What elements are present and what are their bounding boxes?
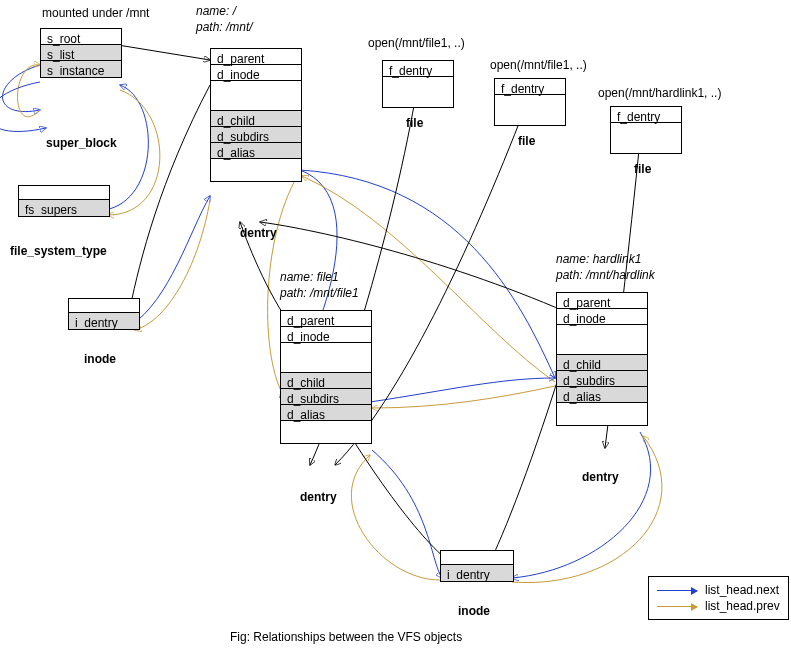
dentry-root-box: d_parent d_inode d_child d_subdirs d_ali… xyxy=(210,48,302,182)
legend-next-label: list_head.next xyxy=(705,583,779,597)
inode-bottom-pad xyxy=(441,551,513,565)
dentry-hardlink1-d-parent: d_parent xyxy=(557,293,647,309)
dentry-hardlink1-caption: dentry xyxy=(582,470,619,484)
file2-open-label: open(/mnt/file1, ..) xyxy=(490,58,587,72)
dentry-file1-bottom-gap xyxy=(281,421,371,443)
inode-top-caption: inode xyxy=(84,352,116,366)
field-s-list: s_list xyxy=(41,45,121,61)
legend-prev-label: list_head.prev xyxy=(705,599,780,613)
inode-bottom-box: i_dentry xyxy=(440,550,514,582)
dentry-file1-gap xyxy=(281,343,371,373)
dentry-file1-d-subdirs: d_subdirs xyxy=(281,389,371,405)
file3-pad xyxy=(611,123,681,153)
legend: list_head.next list_head.prev xyxy=(648,576,789,620)
dentry-root-d-inode: d_inode xyxy=(211,65,301,81)
super-block-box: s_root s_list s_instance xyxy=(40,28,122,78)
super-block-caption: super_block xyxy=(46,136,117,150)
dentry-root-gap xyxy=(211,81,301,111)
legend-next: list_head.next xyxy=(657,583,780,597)
file-system-type-caption: file_system_type xyxy=(10,244,107,258)
field-fs-supers: fs_supers xyxy=(19,200,109,216)
file3-open-label: open(/mnt/hardlink1, ..) xyxy=(598,86,721,100)
dentry-file1-d-alias: d_alias xyxy=(281,405,371,421)
field-s-root: s_root xyxy=(41,29,121,45)
dentry-root-d-alias: d_alias xyxy=(211,143,301,159)
dentry-hardlink1-gap xyxy=(557,325,647,355)
field-i-dentry-top: i_dentry xyxy=(69,313,139,329)
dentry-hardlink1-d-child: d_child xyxy=(557,355,647,371)
file3-caption: file xyxy=(634,162,651,176)
dentry-file1-d-inode: d_inode xyxy=(281,327,371,343)
file-system-type-box: fs_supers xyxy=(18,185,110,217)
dentry-hardlink1-path: path: /mnt/hardlink xyxy=(556,268,655,282)
figure-caption: Fig: Relationships between the VFS objec… xyxy=(230,630,462,644)
file2-pad xyxy=(495,95,565,125)
dentry-root-bottom-gap xyxy=(211,159,301,181)
dentry-root-d-subdirs: d_subdirs xyxy=(211,127,301,143)
arrow-prev-icon xyxy=(657,606,697,607)
legend-prev: list_head.prev xyxy=(657,599,780,613)
file3-box: f_dentry xyxy=(610,106,682,154)
dentry-root-d-parent: d_parent xyxy=(211,49,301,65)
dentry-hardlink1-d-alias: d_alias xyxy=(557,387,647,403)
dentry-hardlink1-bottom-gap xyxy=(557,403,647,425)
fst-pad xyxy=(19,186,109,200)
inode-top-box: i_dentry xyxy=(68,298,140,330)
file3-f-dentry: f_dentry xyxy=(611,107,681,123)
dentry-hardlink1-d-subdirs: d_subdirs xyxy=(557,371,647,387)
dentry-root-name: name: / xyxy=(196,4,236,18)
arrow-next-icon xyxy=(657,590,697,591)
file2-f-dentry: f_dentry xyxy=(495,79,565,95)
dentry-file1-caption: dentry xyxy=(300,490,337,504)
dentry-hardlink1-box: d_parent d_inode d_child d_subdirs d_ali… xyxy=(556,292,648,426)
file2-box: f_dentry xyxy=(494,78,566,126)
inode-top-pad xyxy=(69,299,139,313)
dentry-root-path: path: /mnt/ xyxy=(196,20,253,34)
dentry-hardlink1-name: name: hardlink1 xyxy=(556,252,641,266)
dentry-file1-box: d_parent d_inode d_child d_subdirs d_ali… xyxy=(280,310,372,444)
file1-pad xyxy=(383,77,453,107)
dentry-root-d-child: d_child xyxy=(211,111,301,127)
file1-f-dentry: f_dentry xyxy=(383,61,453,77)
file2-caption: file xyxy=(518,134,535,148)
file1-box: f_dentry xyxy=(382,60,454,108)
dentry-file1-d-parent: d_parent xyxy=(281,311,371,327)
file1-caption: file xyxy=(406,116,423,130)
dentry-hardlink1-d-inode: d_inode xyxy=(557,309,647,325)
mounted-under-label: mounted under /mnt xyxy=(42,6,149,20)
field-i-dentry-bottom: i_dentry xyxy=(441,565,513,581)
dentry-file1-d-child: d_child xyxy=(281,373,371,389)
file1-open-label: open(/mnt/file1, ..) xyxy=(368,36,465,50)
dentry-root-caption: dentry xyxy=(240,226,277,240)
dentry-file1-path: path: /mnt/file1 xyxy=(280,286,359,300)
dentry-file1-name: name: file1 xyxy=(280,270,339,284)
inode-bottom-caption: inode xyxy=(458,604,490,618)
field-s-instance: s_instance xyxy=(41,61,121,77)
